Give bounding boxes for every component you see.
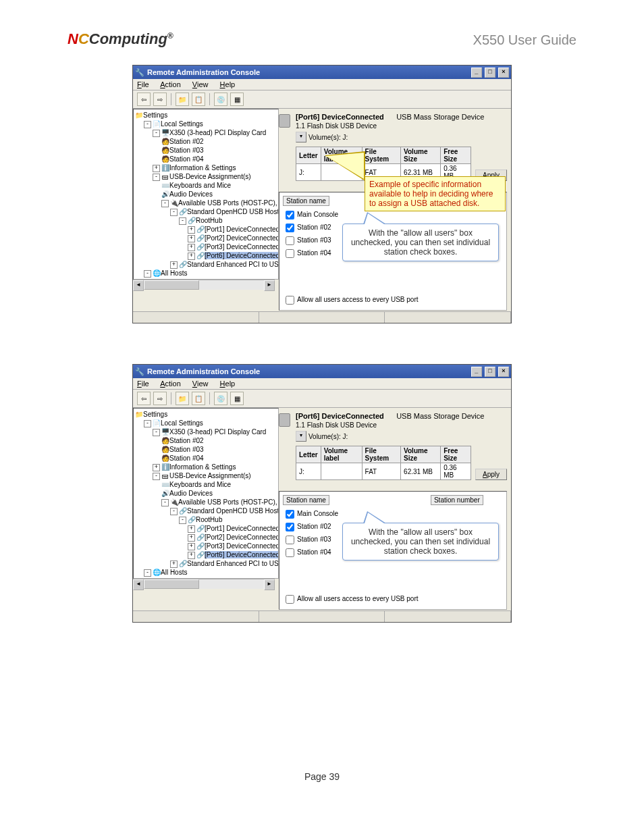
toolbar: ⇦ ⇨ 📁 📋 💿 ▦ <box>133 390 511 408</box>
tree-pane[interactable]: 📁Settings -📄Local Settings -🖥️X350 (3-he… <box>133 109 279 280</box>
menubar[interactable]: File Action View Help <box>133 378 511 390</box>
volume-dropdown[interactable]: ▾ <box>296 132 306 142</box>
station-checkbox-main[interactable]: Main Console <box>283 508 503 521</box>
maximize-button[interactable]: □ <box>485 68 495 78</box>
guide-title: X550 User Guide <box>473 32 576 48</box>
volume-label: Volume(s): J: <box>308 433 348 440</box>
allow-all-checkbox[interactable]: Allow all users access to every USB port <box>283 296 419 303</box>
allow-all-checkbox[interactable]: Allow all users access to every USB port <box>283 595 419 602</box>
device-name: 1.1 Flash Disk USB Device <box>296 122 507 130</box>
forward-button[interactable]: ⇨ <box>153 392 167 405</box>
apply-button[interactable]: Apply <box>475 469 507 480</box>
maximize-button[interactable]: □ <box>485 367 495 377</box>
yellow-callout: Example of specific information availabl… <box>365 176 506 211</box>
brand-logo: NCComputing® <box>68 30 173 48</box>
station-number-header: Station number <box>431 495 483 505</box>
detail-pane: [Port6] DeviceConnected USB Mass Storage… <box>275 109 511 311</box>
properties-button[interactable]: 📋 <box>192 93 205 106</box>
refresh-button[interactable]: 💿 <box>214 392 227 405</box>
statusbar <box>133 311 511 323</box>
minimize-button[interactable]: _ <box>471 367 482 377</box>
up-button[interactable]: 📁 <box>176 392 189 405</box>
port-name: [Port6] DeviceConnected <box>296 412 384 420</box>
tree-hscroll[interactable]: ◄► <box>133 280 275 290</box>
list-button[interactable]: ▦ <box>230 93 244 106</box>
port-name: [Port6] DeviceConnected <box>296 113 384 121</box>
menu-help[interactable]: Help <box>220 80 236 88</box>
toolbar: ⇦ ⇨ 📁 📋 💿 ▦ <box>133 90 511 109</box>
list-button[interactable]: ▦ <box>230 392 244 405</box>
window-title: Remote Administration Console <box>147 367 260 375</box>
forward-button[interactable]: ⇨ <box>153 93 167 106</box>
console-window-1: 🔧 Remote Administration Console _ □ × Fi… <box>132 65 512 323</box>
menu-file[interactable]: File <box>137 80 149 88</box>
port-type: USB Mass Storage Device <box>396 412 484 420</box>
menu-file[interactable]: File <box>137 380 149 388</box>
blue-callout-1: With the "allow all users" box unchecked… <box>342 224 499 261</box>
console-window-2: 🔧 Remote Administration Console _ □ × Fi… <box>132 364 512 623</box>
station-name-header: Station name <box>283 495 329 505</box>
menu-action[interactable]: Action <box>160 80 181 88</box>
tree-pane[interactable]: 📁Settings -📄Local Settings -🖥️X350 (3-he… <box>133 408 279 579</box>
menu-action[interactable]: Action <box>160 380 181 388</box>
up-button[interactable]: 📁 <box>176 93 189 106</box>
tree-selected-port6[interactable]: [Port6] DeviceConnected : U <box>205 551 279 558</box>
volume-label: Volume(s): J: <box>308 134 348 141</box>
titlebar[interactable]: 🔧 Remote Administration Console _ □ × <box>133 66 511 79</box>
close-button[interactable]: × <box>498 68 509 78</box>
device-name: 1.1 Flash Disk USB Device <box>296 421 507 429</box>
detail-pane: [Port6] DeviceConnected USB Mass Storage… <box>275 408 511 610</box>
menu-view[interactable]: View <box>192 80 209 88</box>
drive-icon <box>279 114 290 128</box>
port-type: USB Mass Storage Device <box>396 113 484 121</box>
menubar[interactable]: File Action View Help <box>133 79 511 90</box>
menu-help[interactable]: Help <box>220 380 236 388</box>
page-number: Page 39 <box>68 771 576 782</box>
refresh-button[interactable]: 💿 <box>214 93 227 106</box>
volume-table: Letter Volume label File System Volume S… <box>296 446 471 480</box>
tree-selected-port6[interactable]: [Port6] DeviceConnected : U <box>205 252 279 259</box>
back-button[interactable]: ⇦ <box>137 392 151 405</box>
statusbar <box>133 610 511 622</box>
menu-view[interactable]: View <box>192 380 209 388</box>
titlebar[interactable]: 🔧 Remote Administration Console _ □ × <box>133 365 511 378</box>
properties-button[interactable]: 📋 <box>192 392 205 405</box>
close-button[interactable]: × <box>498 367 509 377</box>
volume-dropdown[interactable]: ▾ <box>296 431 306 442</box>
app-icon: 🔧 <box>135 68 144 77</box>
blue-callout-2: With the "allow all users" box unchecked… <box>342 523 499 561</box>
back-button[interactable]: ⇦ <box>137 93 151 106</box>
tree-hscroll[interactable]: ◄► <box>133 579 275 589</box>
app-icon: 🔧 <box>135 367 144 376</box>
drive-icon <box>279 413 290 427</box>
minimize-button[interactable]: _ <box>471 68 482 78</box>
window-title: Remote Administration Console <box>147 68 260 76</box>
station-name-header: Station name <box>283 196 329 206</box>
